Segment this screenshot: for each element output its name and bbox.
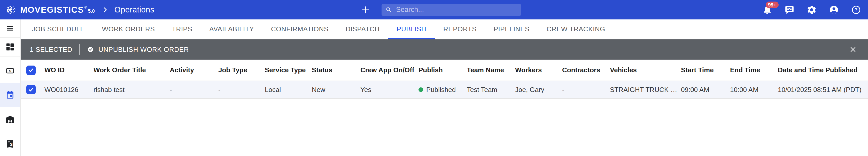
sidebar-item-warehouse[interactable] bbox=[0, 107, 20, 132]
row-crew-app: Yes bbox=[357, 86, 415, 94]
row-service-type: Local bbox=[262, 86, 309, 94]
row-status: New bbox=[309, 86, 357, 94]
dashboard-icon bbox=[5, 42, 15, 52]
row-checkbox[interactable] bbox=[26, 85, 36, 94]
sidebar-item-receipts[interactable]: $ bbox=[0, 132, 20, 156]
col-header-crew-app[interactable]: Crew App On/Off bbox=[357, 66, 415, 74]
gear-icon bbox=[807, 5, 817, 15]
col-header-start-time[interactable]: Start Time bbox=[678, 66, 727, 74]
tab-crew-tracking[interactable]: CREW TRACKING bbox=[538, 20, 614, 39]
messages-button[interactable] bbox=[784, 5, 795, 15]
settings-button[interactable] bbox=[807, 5, 817, 15]
warehouse-icon bbox=[5, 114, 15, 124]
row-contractors: - bbox=[559, 86, 607, 94]
account-icon bbox=[829, 5, 839, 15]
add-button[interactable] bbox=[360, 4, 371, 16]
svg-text:$: $ bbox=[9, 69, 11, 73]
published-status-label: Published bbox=[426, 86, 456, 94]
col-header-work-order-title[interactable]: Work Order Title bbox=[90, 66, 167, 74]
col-header-wo-id[interactable]: WO ID bbox=[41, 66, 90, 74]
published-status-dot bbox=[418, 87, 423, 92]
help-button[interactable]: ? bbox=[851, 5, 861, 15]
account-button[interactable] bbox=[829, 5, 839, 15]
logo-dotted-globe-icon bbox=[5, 4, 17, 16]
payments-icon: $ bbox=[5, 66, 15, 76]
row-wo-id: WO010126 bbox=[41, 86, 90, 94]
top-bar: MOVEGISTICS ® 5.0 Operations bbox=[0, 0, 868, 20]
row-date-time-published: 10/01/2025 08:51 AM (PDT) bbox=[775, 86, 868, 94]
col-header-date-time-published[interactable]: Date and Time Published bbox=[775, 66, 868, 74]
notification-badge: 99+ bbox=[766, 2, 779, 8]
svg-text:$: $ bbox=[10, 142, 12, 147]
row-publish: Published bbox=[415, 86, 464, 94]
search-input[interactable] bbox=[396, 6, 518, 14]
selection-action-bar: 1 SELECTED UNPUBLISH WORK ORDER bbox=[21, 40, 868, 60]
tab-work-orders[interactable]: WORK ORDERS bbox=[93, 20, 163, 39]
tab-pipelines[interactable]: PIPELINES bbox=[485, 20, 538, 39]
brand[interactable]: MOVEGISTICS ® 5.0 bbox=[5, 4, 95, 16]
left-rail: $ bbox=[0, 20, 21, 156]
row-work-order-title: rishab test bbox=[90, 86, 167, 94]
col-header-job-type[interactable]: Job Type bbox=[215, 66, 262, 74]
selected-count: 1 SELECTED bbox=[30, 46, 72, 54]
tab-dispatch[interactable]: DISPATCH bbox=[337, 20, 388, 39]
page-title: Operations bbox=[115, 5, 154, 15]
row-job-type: - bbox=[215, 86, 262, 94]
brand-version: 5.0 bbox=[88, 8, 95, 14]
row-team-name: Test Team bbox=[464, 86, 512, 94]
help-icon: ? bbox=[851, 5, 861, 15]
brand-text: MOVEGISTICS ® 5.0 bbox=[20, 5, 95, 14]
table-row[interactable]: WO010126 rishab test - - Local New Yes P… bbox=[21, 81, 868, 99]
row-activity: - bbox=[167, 86, 215, 94]
tab-trips[interactable]: TRIPS bbox=[163, 20, 201, 39]
col-header-workers[interactable]: Workers bbox=[512, 66, 559, 74]
app-window: MOVEGISTICS ® 5.0 Operations bbox=[0, 0, 868, 156]
selection-divider bbox=[79, 44, 80, 55]
chat-envelope-icon bbox=[784, 5, 795, 15]
col-header-end-time[interactable]: End Time bbox=[727, 66, 775, 74]
check-circle-icon bbox=[86, 45, 95, 54]
plus-icon bbox=[361, 5, 370, 15]
unpublish-work-order-button[interactable]: UNPUBLISH WORK ORDER bbox=[86, 45, 189, 54]
notifications-button[interactable]: 99+ bbox=[762, 5, 772, 15]
row-vehicles: STRAIGHT TRUCK #1 bbox=[607, 86, 678, 94]
row-start-time: 09:00 AM bbox=[678, 86, 727, 94]
tab-job-schedule[interactable]: JOB SCHEDULE bbox=[23, 20, 93, 39]
tab-reports[interactable]: REPORTS bbox=[435, 20, 485, 39]
global-search[interactable] bbox=[381, 4, 521, 16]
topbar-actions: 99+ bbox=[762, 5, 861, 15]
sidebar-menu-button[interactable] bbox=[0, 20, 20, 37]
col-header-publish[interactable]: Publish bbox=[415, 66, 464, 74]
check-icon bbox=[27, 86, 35, 93]
topbar-center-group bbox=[360, 0, 521, 20]
select-all-checkbox[interactable] bbox=[26, 66, 36, 75]
sidebar-item-payments[interactable]: $ bbox=[0, 58, 20, 83]
calendar-icon bbox=[5, 90, 15, 100]
col-header-activity[interactable]: Activity bbox=[167, 66, 215, 74]
col-header-contractors[interactable]: Contractors bbox=[559, 66, 607, 74]
close-icon bbox=[849, 45, 857, 54]
row-workers: Joe, Gary bbox=[512, 86, 559, 94]
check-icon bbox=[27, 67, 35, 74]
col-header-service-type[interactable]: Service Type bbox=[262, 66, 309, 74]
tab-availability[interactable]: AVAILABILITY bbox=[201, 20, 262, 39]
sidebar-item-dashboard[interactable] bbox=[0, 37, 20, 56]
brand-registered-mark: ® bbox=[85, 6, 87, 9]
svg-text:?: ? bbox=[855, 7, 858, 12]
work-orders-table-header: WO ID Work Order Title Activity Job Type… bbox=[21, 60, 868, 81]
menu-icon bbox=[5, 23, 15, 33]
col-header-vehicles[interactable]: Vehicles bbox=[607, 66, 678, 74]
main-content: JOB SCHEDULE WORK ORDERS TRIPS AVAILABIL… bbox=[21, 20, 868, 156]
sidebar-item-operations-calendar[interactable] bbox=[0, 83, 20, 107]
col-header-team-name[interactable]: Team Name bbox=[464, 66, 512, 74]
col-header-status[interactable]: Status bbox=[309, 66, 357, 74]
clear-selection-button[interactable] bbox=[848, 45, 858, 54]
unpublish-work-order-label: UNPUBLISH WORK ORDER bbox=[98, 46, 189, 54]
search-icon bbox=[385, 6, 393, 14]
empty-table-area bbox=[21, 99, 868, 156]
tab-confirmations[interactable]: CONFIRMATIONS bbox=[262, 20, 337, 39]
row-end-time: 10:00 AM bbox=[727, 86, 775, 94]
tab-publish[interactable]: PUBLISH bbox=[388, 20, 435, 39]
sidebar-items: $ bbox=[0, 56, 20, 156]
brand-name: MOVEGISTICS bbox=[20, 5, 84, 14]
